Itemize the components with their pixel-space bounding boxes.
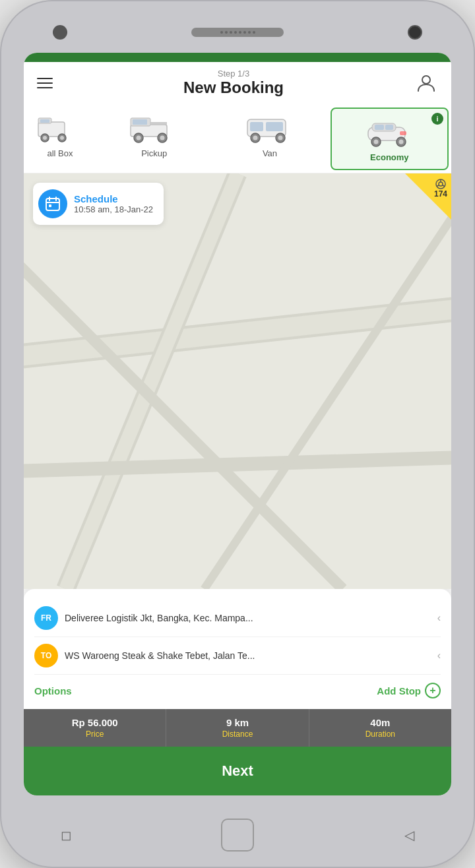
schedule-icon: [38, 189, 67, 218]
menu-button[interactable]: [37, 78, 53, 88]
map-area: Schedule 10:58 am, 18-Jan-22 174: [24, 173, 451, 589]
driver-badge-content: 174: [434, 179, 447, 199]
next-button[interactable]: Next: [24, 747, 451, 795]
options-row: Options Add Stop +: [34, 675, 441, 709]
vehicle-label-economy: Economy: [370, 152, 409, 162]
svg-point-13: [136, 136, 141, 140]
svg-point-15: [160, 136, 164, 140]
price-value: Rp 56.000: [72, 717, 118, 728]
add-stop-label: Add Stop: [377, 685, 421, 697]
svg-rect-10: [133, 119, 147, 125]
profile-button[interactable]: [414, 71, 438, 95]
svg-point-28: [374, 140, 379, 144]
duration-label: Duration: [365, 729, 395, 739]
svg-rect-25: [375, 125, 384, 130]
distance-stat: 9 km Distance: [166, 709, 308, 747]
vehicle-label-small-box: all Box: [47, 148, 73, 158]
svg-rect-18: [266, 122, 283, 131]
svg-rect-42: [46, 199, 59, 210]
options-button[interactable]: Options: [34, 685, 72, 697]
steering-wheel-icon: [435, 179, 446, 189]
to-chevron-icon: ‹: [437, 650, 441, 662]
svg-rect-46: [49, 204, 51, 207]
brand-bar: [24, 53, 451, 62]
vehicle-label-pickup: Pickup: [141, 148, 167, 158]
phone-top-bar: [0, 0, 475, 53]
vehicle-icon-van: [243, 113, 296, 144]
vehicle-label-van: Van: [263, 148, 277, 158]
phone-frame: Step 1/3 New Booking: [0, 0, 475, 868]
svg-point-0: [422, 76, 430, 84]
map-roads: [24, 173, 451, 589]
to-location-row[interactable]: TO WS Waroeng Steak & Shake Tebet, Jalan…: [34, 637, 441, 675]
vehicle-icon-small-box: [37, 113, 83, 144]
nav-home-button[interactable]: [221, 819, 254, 852]
from-location-row[interactable]: FR Deliveree Logistik Jkt, Bangka, Kec. …: [34, 600, 441, 637]
vehicle-item-pickup[interactable]: Pickup: [96, 105, 212, 173]
vehicle-item-small-box[interactable]: all Box: [24, 105, 96, 173]
stats-bar: Rp 56.000 Price 9 km Distance 40m Durati…: [24, 709, 451, 747]
vehicle-icon-economy: [363, 117, 416, 148]
distance-value: 9 km: [226, 717, 249, 728]
duration-stat: 40m Duration: [309, 709, 451, 747]
nav-recent-button[interactable]: ◻: [53, 822, 79, 848]
svg-rect-11: [150, 122, 167, 125]
to-badge: TO: [34, 644, 58, 667]
phone-bottom-nav: ◻ ◁: [0, 802, 475, 868]
duration-value: 40m: [370, 717, 390, 728]
info-badge[interactable]: i: [431, 113, 443, 125]
header-center: Step 1/3 New Booking: [183, 69, 284, 97]
profile-icon: [416, 73, 437, 94]
front-camera-right: [408, 25, 422, 40]
svg-point-5: [43, 136, 47, 140]
schedule-text: Schedule 10:58 am, 18-Jan-22: [74, 193, 153, 214]
phone-speaker: [191, 28, 284, 37]
driver-count: 174: [434, 189, 447, 199]
vehicle-item-economy[interactable]: i Economy: [331, 108, 449, 170]
svg-rect-3: [40, 119, 49, 123]
add-stop-button[interactable]: Add Stop +: [377, 683, 441, 698]
svg-point-20: [253, 136, 257, 140]
price-stat: Rp 56.000 Price: [24, 709, 166, 747]
distance-label: Distance: [222, 729, 253, 739]
svg-rect-31: [400, 131, 406, 135]
step-label: Step 1/3: [183, 69, 284, 78]
vehicle-item-van[interactable]: Van: [212, 105, 327, 173]
svg-rect-26: [385, 125, 393, 130]
price-label: Price: [86, 729, 104, 739]
svg-point-30: [399, 140, 404, 144]
front-camera-left: [53, 25, 67, 40]
nav-back-button[interactable]: ◁: [396, 822, 422, 848]
from-badge: FR: [34, 606, 58, 630]
from-chevron-icon: ‹: [437, 612, 441, 624]
phone-screen: Step 1/3 New Booking: [24, 53, 451, 795]
add-stop-circle-icon: +: [425, 683, 441, 698]
vehicle-selector: all Box Pickup: [24, 105, 451, 173]
vehicle-icon-pickup: [128, 113, 181, 144]
svg-point-7: [60, 136, 64, 140]
svg-line-51: [442, 185, 444, 187]
page-title: New Booking: [183, 78, 284, 97]
svg-line-50: [437, 185, 439, 187]
app-header: Step 1/3 New Booking: [24, 62, 451, 105]
to-location-text: WS Waroeng Steak & Shake Tebet, Jalan Te…: [65, 650, 431, 661]
svg-point-22: [278, 136, 282, 140]
from-location-text: Deliveree Logistik Jkt, Bangka, Kec. Mam…: [65, 613, 431, 623]
svg-rect-17: [250, 122, 263, 131]
schedule-card[interactable]: Schedule 10:58 am, 18-Jan-22: [33, 183, 164, 225]
schedule-title: Schedule: [74, 193, 153, 204]
driver-badge-wrap: 174: [405, 173, 451, 220]
bottom-panel: FR Deliveree Logistik Jkt, Bangka, Kec. …: [24, 589, 451, 709]
schedule-time: 10:58 am, 18-Jan-22: [74, 204, 153, 214]
